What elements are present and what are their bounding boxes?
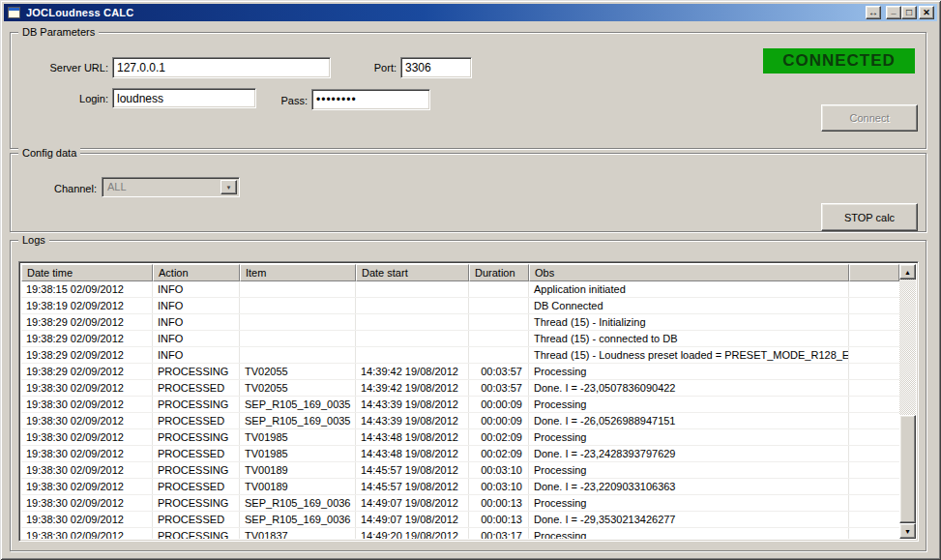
cell-obs: Processing (529, 495, 849, 511)
port-input[interactable] (400, 57, 472, 78)
maximize-icon: □ (906, 8, 912, 17)
table-row[interactable]: 19:38:30 02/09/2012 PROCESSED TV02055 14… (21, 380, 899, 397)
vertical-scrollbar[interactable]: ▲ ▼ (899, 264, 916, 539)
config-data-group-label: Config data (18, 147, 80, 159)
scroll-down-button[interactable]: ▼ (899, 523, 916, 539)
table-row[interactable]: 19:38:30 02/09/2012 PROCESSING SEP_R105_… (21, 397, 899, 413)
titlebar[interactable]: JOCLoudness CALC ↔ _ □ ✕ (4, 4, 937, 21)
cell-date-start: 14:43:39 19/08/2012 (356, 397, 469, 412)
cell-duration: 00:03:10 (469, 462, 529, 478)
maximize-button[interactable]: □ (901, 6, 917, 19)
column-header[interactable]: Date start (356, 264, 469, 281)
table-row[interactable]: 19:38:29 02/09/2012 INFO Thread (15) - c… (21, 331, 899, 347)
cell-action: PROCESSING (153, 528, 240, 539)
channel-selected-value: ALL (103, 178, 219, 196)
cell-action: INFO (153, 331, 240, 346)
connect-button[interactable]: Connect (821, 104, 918, 132)
table-row[interactable]: 19:38:30 02/09/2012 PROCESSED SEP_R105_1… (21, 413, 899, 429)
table-row[interactable]: 19:38:30 02/09/2012 PROCESSED TV01985 14… (21, 446, 899, 462)
column-header[interactable]: Duration (469, 264, 529, 281)
cell-obs: Done. I = -26,0526988947151 (529, 413, 849, 428)
table-row[interactable]: 19:38:15 02/09/2012 INFO Application ini… (21, 281, 899, 298)
logs-table-body: 19:38:15 02/09/2012 INFO Application ini… (21, 281, 899, 539)
cell-duration: 00:03:10 (469, 479, 529, 494)
table-row[interactable]: 19:38:30 02/09/2012 PROCESSING TV01985 1… (21, 429, 899, 446)
cell-item: SEP_R105_169_0035 (240, 397, 356, 412)
cell-action: PROCESSING (153, 364, 240, 379)
cell-action: INFO (153, 281, 240, 297)
table-row[interactable]: 19:38:29 02/09/2012 PROCESSING TV02055 1… (21, 364, 899, 380)
cell-obs: Done. I = -29,3530213426277 (529, 512, 849, 527)
resize-button[interactable]: ↔ (866, 6, 881, 19)
cell-date-start: 14:43:39 19/08/2012 (356, 413, 469, 428)
cell-duration: 00:03:57 (469, 364, 529, 379)
cell-item: TV01837 (240, 528, 356, 539)
pass-label: Pass: (275, 95, 308, 106)
table-row[interactable]: 19:38:30 02/09/2012 PROCESSING SEP_R105_… (21, 495, 899, 512)
column-header[interactable]: Action (153, 264, 240, 281)
resize-icon: ↔ (868, 8, 878, 17)
cell-item: SEP_R105_169_0036 (240, 512, 356, 527)
arrow-up-icon: ▲ (904, 269, 911, 276)
logs-group-label: Logs (18, 234, 49, 246)
cell-action: INFO (153, 314, 240, 330)
cell-date-start (356, 347, 469, 363)
cell-item: SEP_R105_169_0035 (240, 413, 356, 428)
cell-duration: 00:00:09 (469, 397, 529, 412)
cell-duration: 00:00:13 (469, 512, 529, 527)
port-label: Port: (360, 62, 397, 74)
table-row[interactable]: 19:38:29 02/09/2012 INFO Thread (15) - L… (21, 347, 899, 364)
column-header[interactable]: Date time (21, 264, 153, 281)
db-parameters-group-label: DB Parameters (18, 26, 99, 38)
cell-obs: Processing (529, 528, 849, 539)
table-row[interactable]: 19:38:30 02/09/2012 PROCESSED SEP_R105_1… (21, 512, 899, 528)
cell-date-start (356, 281, 469, 297)
column-header[interactable]: Obs (529, 264, 849, 281)
server-url-input[interactable] (112, 57, 331, 78)
table-row[interactable]: 19:38:30 02/09/2012 PROCESSING TV01837 1… (21, 528, 899, 539)
stop-calc-button[interactable]: STOP calc (821, 203, 918, 231)
logs-table-inner: Date time Action Item Date start Duratio… (21, 264, 916, 539)
cell-action: PROCESSED (153, 446, 240, 461)
minimize-button[interactable]: _ (886, 6, 901, 19)
cell-date-time: 19:38:29 02/09/2012 (21, 314, 153, 330)
pass-input[interactable] (311, 89, 430, 110)
table-row[interactable]: 19:38:19 02/09/2012 INFO DB Connected (21, 298, 899, 314)
cell-duration: 00:00:13 (469, 495, 529, 511)
cell-action: PROCESSED (153, 512, 240, 527)
cell-date-time: 19:38:19 02/09/2012 (21, 298, 153, 313)
cell-date-time: 19:38:29 02/09/2012 (21, 347, 153, 363)
table-row[interactable]: 19:38:30 02/09/2012 PROCESSING TV00189 1… (21, 462, 899, 479)
cell-duration: 00:03:57 (469, 380, 529, 396)
cell-item (240, 281, 356, 297)
cell-date-time: 19:38:30 02/09/2012 (21, 397, 153, 412)
cell-date-start: 14:39:42 19/08/2012 (356, 380, 469, 396)
connection-status-badge: CONNECTED (763, 48, 915, 74)
cell-duration (469, 331, 529, 346)
cell-action: INFO (153, 298, 240, 313)
cell-duration (469, 281, 529, 297)
cell-action: INFO (153, 347, 240, 363)
cell-date-time: 19:38:30 02/09/2012 (21, 528, 153, 539)
cell-item (240, 347, 356, 363)
cell-obs: DB Connected (529, 298, 849, 313)
channel-select[interactable]: ALL ▼ (102, 177, 240, 197)
cell-obs: Done. I = -23,0507836090422 (529, 380, 849, 396)
close-button[interactable]: ✕ (919, 6, 934, 19)
scrollbar-thumb[interactable] (899, 415, 916, 523)
channel-dropdown-button[interactable]: ▼ (221, 180, 237, 194)
cell-item (240, 298, 356, 313)
login-input[interactable] (112, 88, 256, 108)
cell-date-time: 19:38:30 02/09/2012 (21, 446, 153, 461)
table-row[interactable]: 19:38:29 02/09/2012 INFO Thread (15) - I… (21, 314, 899, 331)
cell-date-time: 19:38:30 02/09/2012 (21, 495, 153, 511)
cell-item: TV00189 (240, 462, 356, 478)
column-header[interactable]: Item (240, 264, 356, 281)
cell-item: TV02055 (240, 380, 356, 396)
app-icon (7, 6, 22, 19)
cell-item: TV01985 (240, 429, 356, 445)
cell-action: PROCESSED (153, 380, 240, 396)
table-row[interactable]: 19:38:30 02/09/2012 PROCESSED TV00189 14… (21, 479, 899, 495)
window-title: JOCLoudness CALC (26, 7, 133, 18)
scroll-up-button[interactable]: ▲ (899, 264, 916, 280)
